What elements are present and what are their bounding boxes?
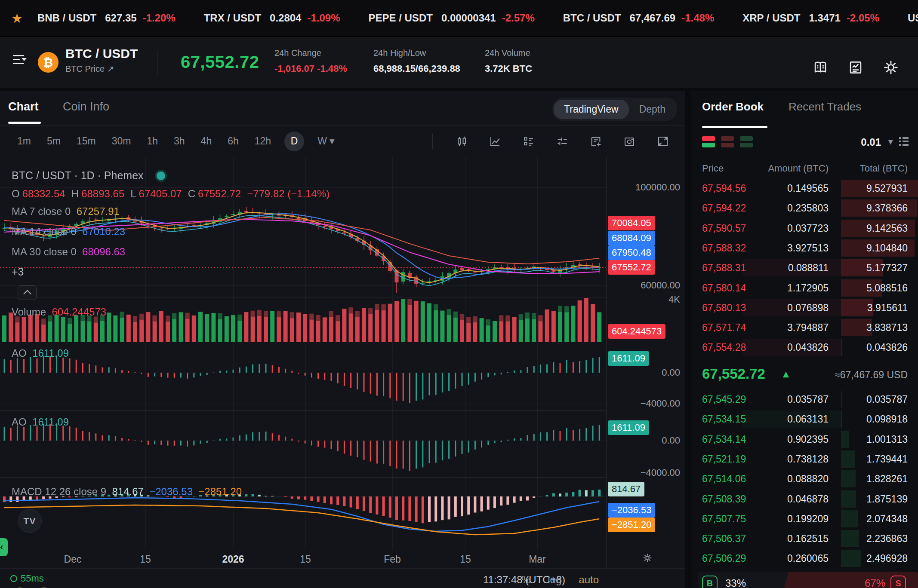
- chart-tools: [432, 134, 685, 149]
- tab-coin-info[interactable]: Coin Info: [63, 100, 109, 113]
- markets-menu-icon[interactable]: [13, 55, 27, 64]
- order-amount: 3.927513: [787, 242, 829, 254]
- layout-icon[interactable]: [522, 135, 535, 148]
- ask-row[interactable]: 67,588.323.9275139.104840: [691, 238, 918, 258]
- x-tick[interactable]: 15: [460, 554, 471, 565]
- depth-bar: [841, 339, 842, 356]
- btc-price-link[interactable]: BTC Price ↗: [65, 64, 114, 74]
- indicators-icon[interactable]: [489, 135, 502, 148]
- x-tick[interactable]: 15: [300, 554, 311, 565]
- favorites-star-icon[interactable]: ★: [11, 11, 23, 26]
- add-note-icon[interactable]: [589, 135, 602, 148]
- mid-price-row[interactable]: 67,552.72 ▲ ≈67,467.69 USD: [691, 361, 918, 389]
- bid-row[interactable]: 67,534.140.9023951.001313: [691, 429, 918, 449]
- macd-legend[interactable]: MACD 12 26 close 9 814.67 −2036.53 −2851…: [12, 486, 242, 498]
- order-amount: 0.235803: [787, 202, 829, 214]
- x-tick[interactable]: 2026: [222, 554, 244, 565]
- timeframe-5m[interactable]: 5m: [47, 135, 61, 147]
- timeframe-30m[interactable]: 30m: [112, 135, 131, 147]
- book-mode-both-icon[interactable]: [702, 136, 715, 147]
- ticker-item[interactable]: TRX / USDT0.2804-1.09%: [204, 12, 340, 24]
- toggle-depth[interactable]: Depth: [629, 100, 676, 119]
- chart-settings-icon[interactable]: [556, 135, 569, 148]
- tab-chart[interactable]: Chart: [8, 100, 39, 113]
- x-tick[interactable]: 15: [140, 554, 151, 565]
- bid-row[interactable]: 67,521.190.7381281.739441: [691, 449, 918, 469]
- timeframe-1m[interactable]: 1m: [17, 135, 31, 147]
- timeframe-6h[interactable]: 6h: [228, 135, 239, 147]
- ticker-item[interactable]: PEPE / USDT0.00000341-2.57%: [369, 12, 535, 24]
- snapshot-icon[interactable]: [623, 135, 636, 148]
- ticker-item[interactable]: USDC / USDT0.9998-0.04%: [908, 12, 918, 24]
- x-tick[interactable]: Dec: [64, 554, 82, 565]
- market-report-icon[interactable]: [847, 59, 864, 76]
- precision-caret-icon[interactable]: ▼: [888, 138, 893, 146]
- book-options-icon[interactable]: [899, 137, 909, 146]
- more-indicators[interactable]: +3: [12, 266, 24, 278]
- ma14-legend[interactable]: MA 14 close 0 67010.23: [12, 226, 125, 238]
- ask-row[interactable]: 67,588.310.0888115.177327: [691, 258, 918, 278]
- toggle-tradingview[interactable]: TradingView: [554, 100, 629, 119]
- ticker-item[interactable]: XRP / USDT1.3471-2.05%: [742, 12, 879, 24]
- axis-label: 0.00: [662, 435, 680, 446]
- ask-row[interactable]: 67,554.280.0438260.043826: [691, 337, 918, 357]
- date-range-button[interactable]: Date Range ▾: [17, 586, 76, 588]
- ask-row[interactable]: 67,594.560.1495659.527931: [691, 178, 918, 198]
- order-price: 67,594.22: [702, 202, 746, 214]
- bid-row[interactable]: 67,506.370.1625152.236863: [691, 529, 918, 548]
- ticker-item[interactable]: BTC / USDT67,467.69-1.48%: [563, 12, 715, 24]
- scale-toggle-pct[interactable]: %: [521, 574, 530, 586]
- timeframe-W[interactable]: W: [317, 135, 327, 147]
- time-axis[interactable]: Dec15202615Feb15Mar: [0, 550, 606, 568]
- volume-legend[interactable]: Volume 604.244573: [12, 306, 106, 318]
- ao-legend-1[interactable]: AO 1611.09: [12, 347, 69, 359]
- ask-row[interactable]: 67,594.220.2358039.378366: [691, 198, 918, 218]
- tab-order-book[interactable]: Order Book: [702, 100, 764, 113]
- scale-toggle-auto[interactable]: auto: [579, 574, 599, 586]
- bid-row[interactable]: 67,514.060.0888201.828261: [691, 469, 918, 489]
- candlestick-style-icon[interactable]: [455, 135, 468, 148]
- depth-bar: [841, 450, 855, 468]
- timeframe-1h[interactable]: 1h: [147, 135, 158, 147]
- fullscreen-icon[interactable]: [656, 135, 669, 148]
- ao-legend-2[interactable]: AO 1611.09: [12, 416, 69, 428]
- tab-recent-trades[interactable]: Recent Trades: [789, 100, 861, 113]
- bid-row[interactable]: 67,506.290.2600652.496928: [691, 548, 918, 568]
- axis-label: −4000.00: [641, 398, 680, 409]
- order-amount: 0.063131: [787, 413, 829, 425]
- bid-row[interactable]: 67,545.290.0357870.035787: [691, 389, 918, 409]
- time-axis-gear-icon[interactable]: [642, 552, 653, 565]
- ticker-pair: PEPE / USDT: [369, 12, 433, 24]
- timeframe-4h[interactable]: 4h: [201, 135, 212, 147]
- timeframe-3h[interactable]: 3h: [174, 135, 185, 147]
- order-price: 67,590.57: [702, 222, 746, 234]
- timeframe-15m[interactable]: 15m: [77, 135, 96, 147]
- timeframe-D[interactable]: D: [284, 132, 304, 151]
- timeframe-more-icon[interactable]: ▼: [330, 138, 335, 145]
- precision-select[interactable]: 0.01: [861, 136, 881, 148]
- book-mode-bids-icon[interactable]: [740, 136, 753, 147]
- ask-row[interactable]: 67,590.570.0377239.142563: [691, 218, 918, 238]
- chart-symbol-legend[interactable]: BTC / USDT · 1D · Phemex: [12, 169, 167, 182]
- orders-book-icon[interactable]: [812, 59, 829, 76]
- settings-gear-icon[interactable]: [883, 59, 899, 76]
- order-price: 67,580.13: [702, 302, 746, 313]
- bid-row[interactable]: 67,534.150.0631310.098918: [691, 409, 918, 429]
- ma7-legend[interactable]: MA 7 close 0 67257.91: [12, 205, 120, 217]
- ask-row[interactable]: 67,580.130.0768983.915611: [691, 298, 918, 318]
- ma30-legend[interactable]: MA 30 close 0 68096.63: [12, 246, 125, 258]
- collapse-indicators-button[interactable]: [18, 285, 37, 300]
- order-amount: 0.043826: [787, 342, 829, 353]
- bid-row[interactable]: 67,507.750.1992092.074348: [691, 509, 918, 529]
- x-tick[interactable]: Mar: [529, 554, 546, 565]
- ask-row[interactable]: 67,571.743.7948873.838713: [691, 318, 918, 337]
- timeframe-12h[interactable]: 12h: [255, 135, 271, 147]
- ask-row[interactable]: 67,580.141.1729055.088516: [691, 278, 918, 298]
- bid-row[interactable]: 67,508.390.0468781.875139: [691, 489, 918, 509]
- scale-toggle-log[interactable]: log: [548, 574, 561, 586]
- price-axis[interactable]: 100000.0070084.0568084.0967950.4867552.7…: [606, 157, 685, 568]
- drawing-toolbar-handle[interactable]: ‹: [0, 538, 8, 556]
- x-tick[interactable]: Feb: [384, 554, 401, 565]
- book-mode-asks-icon[interactable]: [721, 136, 734, 147]
- ticker-item[interactable]: BNB / USDT627.35-1.20%: [37, 12, 176, 24]
